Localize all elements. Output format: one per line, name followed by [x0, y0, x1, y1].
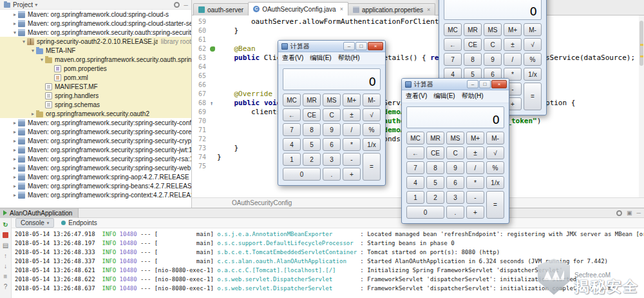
calc-key-M+[interactable]: M+ [343, 94, 361, 106]
calc-key-9[interactable]: 9 [446, 161, 464, 174]
maximize-button[interactable]: □ [355, 42, 367, 50]
calc-key-%[interactable]: % [363, 123, 381, 136]
calc-key--[interactable]: - [466, 191, 484, 204]
calc-key-8[interactable]: 8 [303, 123, 321, 136]
minimize-button[interactable]: – [343, 42, 355, 50]
calc-key-M-[interactable]: M- [363, 94, 381, 106]
scroll-down-icon[interactable]: ↓ [1, 262, 10, 270]
editor-scrollbar[interactable] [639, 15, 644, 197]
pin-icon[interactable]: ▤ [1, 241, 10, 250]
calc-key-6[interactable]: 6 [446, 176, 464, 189]
calc-key-1/x[interactable]: 1/x [486, 176, 504, 189]
chevron-right-icon[interactable]: ▸ [12, 147, 18, 153]
menu-edit[interactable]: 编辑(E) [310, 54, 331, 63]
tree-item[interactable]: pom.xml [0, 73, 191, 82]
menu-help[interactable]: 帮助(H) [338, 54, 360, 63]
tree-item[interactable]: pom.properties [0, 64, 191, 73]
override-gutter-icon[interactable] [209, 99, 217, 108]
calc-key-6[interactable]: 6 [323, 138, 341, 151]
calc-key-MC[interactable]: MC [406, 132, 424, 144]
run-tab[interactable]: AlanOAuthApplication [0, 208, 79, 218]
calc-key-±[interactable]: ± [343, 108, 361, 121]
chevron-right-icon[interactable]: ▸ [12, 183, 18, 189]
chevron-down-icon[interactable]: ▾ [30, 48, 36, 54]
chevron-down-icon[interactable]: ▾ [21, 39, 27, 45]
calc-key-1/x[interactable]: 1/x [363, 138, 381, 151]
chevron-right-icon[interactable]: ▸ [12, 156, 18, 162]
calc-key-1[interactable]: 1 [406, 191, 424, 204]
calc-key-1[interactable]: 1 [283, 153, 301, 166]
close-icon[interactable]: × [340, 6, 343, 12]
calc-key-/[interactable]: / [504, 53, 522, 66]
calc-key-8[interactable]: 8 [426, 161, 444, 174]
calc-key-0[interactable]: 0 [283, 168, 321, 181]
hide-panel-icon[interactable]: ─ [184, 2, 188, 8]
chevron-right-icon[interactable]: ▸ [12, 21, 18, 26]
calc-titlebar[interactable]: 计算器 – □ × [402, 79, 509, 90]
calc-key-9[interactable]: 9 [323, 123, 341, 136]
tree-item[interactable]: MANIFEST.MF [0, 82, 191, 91]
close-button[interactable]: × [368, 42, 383, 50]
tree-item[interactable]: ▸Maven: org.springframework.cloud:spring… [0, 19, 191, 28]
hide-panel-icon[interactable]: ─ [637, 210, 641, 216]
calc-key-CE[interactable]: CE [464, 38, 482, 51]
tree-item[interactable]: ▾spring-security-oauth2-2.0.10.RELEASE.j… [0, 37, 191, 46]
calc-key-MR[interactable]: MR [303, 94, 321, 106]
calc-key-M-[interactable]: M- [486, 132, 504, 144]
breadcrumb-item[interactable]: OAuthSecurityConfig [232, 199, 292, 206]
calc-key-3[interactable]: 3 [323, 153, 341, 166]
menu-view[interactable]: 查看(V) [282, 54, 303, 63]
calc-key-MR[interactable]: MR [426, 132, 444, 144]
calc-key-5[interactable]: 5 [303, 138, 321, 151]
calc-key-MS[interactable]: MS [484, 23, 502, 36]
calc-key-=[interactable]: = [524, 83, 542, 110]
tree-item[interactable]: ▸Maven: org.springframework.security:spr… [0, 145, 191, 154]
maximize-button[interactable]: □ [479, 80, 491, 88]
calc-key-MS[interactable]: MS [446, 132, 464, 144]
tab-oauth-server[interactable]: oauth-server [193, 3, 249, 15]
help-icon[interactable]: ? [1, 283, 10, 291]
calc-key-2[interactable]: 2 [426, 191, 444, 204]
minimize-button[interactable]: – [467, 80, 478, 88]
calculator-window[interactable]: 计算器 – □ × 查看(V)编辑(E)帮助(H) 0 MCMRMSM+M-←C… [401, 78, 509, 224]
calc-key-CE[interactable]: CE [303, 108, 321, 121]
tree-item[interactable]: spring.schemas [0, 100, 191, 109]
calc-key-1/x[interactable]: 1/x [524, 68, 542, 81]
calc-key-M-[interactable]: M- [524, 23, 542, 36]
calc-key-MR[interactable]: MR [464, 23, 482, 36]
tree-item[interactable]: ▸Maven: org.springframework.cloud:spring… [0, 10, 191, 19]
scroll-up-icon[interactable]: ↑ [1, 252, 10, 260]
chevron-right-icon[interactable]: ▸ [12, 174, 18, 180]
calc-key-√[interactable]: √ [524, 38, 542, 51]
tree-item[interactable]: ▾Maven: org.springframework.security.oau… [0, 28, 191, 37]
chevron-right-icon[interactable]: ▸ [12, 138, 18, 144]
tree-item[interactable]: ▸Maven: org.springframework:spring-beans… [0, 181, 191, 190]
close-button[interactable]: × [491, 80, 507, 88]
calc-key-8[interactable]: 8 [464, 53, 482, 66]
calc-key-7[interactable]: 7 [283, 123, 301, 136]
close-icon[interactable]: × [427, 6, 430, 13]
calc-key-/[interactable]: / [343, 123, 361, 136]
calc-key-3[interactable]: 3 [446, 191, 464, 204]
calc-key-M+[interactable]: M+ [504, 23, 522, 36]
calc-key-5[interactable]: 5 [426, 176, 444, 189]
calc-key-7[interactable]: 7 [406, 161, 424, 174]
menu-view[interactable]: 查看(V) [406, 92, 427, 101]
warning-stripe-mark[interactable] [640, 55, 643, 57]
tab-console[interactable]: Console ▾ [15, 218, 54, 228]
console-log[interactable]: 2018-05-14 13:26:47.918 INFO 10480 --- [… [12, 228, 644, 298]
chevron-right-icon[interactable]: ▸ [12, 192, 18, 198]
chevron-down-icon[interactable]: ▾ [12, 30, 18, 35]
settings-gear-icon[interactable] [174, 2, 180, 8]
calc-key-2[interactable]: 2 [303, 153, 321, 166]
float-window-icon[interactable]: ▣ [627, 210, 632, 216]
tab-application.properties[interactable]: application.properties× [348, 3, 435, 15]
calc-key-/[interactable]: / [466, 161, 484, 174]
calc-key-%[interactable]: % [486, 161, 504, 174]
calc-key-=[interactable]: = [486, 191, 504, 219]
calc-key-+[interactable]: + [466, 206, 484, 219]
calc-key-*[interactable]: * [466, 176, 484, 189]
bean-gutter-icon[interactable] [209, 45, 217, 54]
scrollbar-thumb[interactable] [639, 21, 643, 66]
tree-item[interactable]: ▾META-INF [0, 46, 191, 55]
